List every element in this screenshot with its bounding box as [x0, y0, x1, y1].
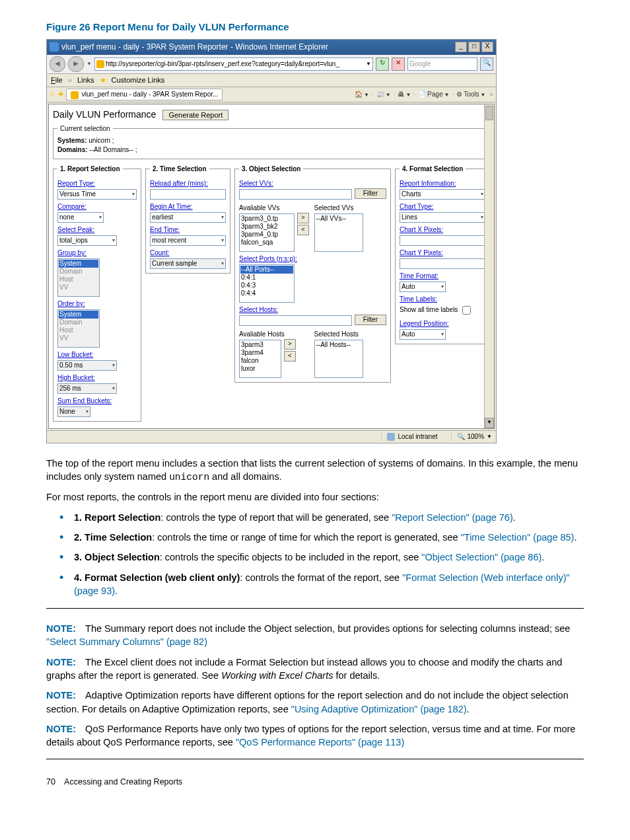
generate-report-button[interactable]: Generate Report: [162, 110, 228, 120]
list-item[interactable]: 3parm3_0.tp: [240, 215, 293, 223]
address-input[interactable]: http://sysreporter/cgi-bin/3par-rpts/ins…: [94, 57, 373, 71]
legend-position-label[interactable]: Legend Position:: [400, 319, 485, 328]
reload-after-input[interactable]: [150, 189, 226, 200]
search-go-button[interactable]: 🔍: [480, 57, 493, 71]
available-vvs-listbox[interactable]: 3parm3_0.tp 3parm3_bk2 3parm4_0.tp falco…: [239, 213, 295, 252]
page-menu[interactable]: Page: [427, 90, 442, 99]
zoom-dropdown-icon[interactable]: ▼: [487, 433, 492, 440]
time-labels-label[interactable]: Time Labels:: [400, 295, 485, 304]
ports-listbox[interactable]: --All Ports-- 0:4:1 0:4:3 0:4:4: [239, 264, 295, 303]
list-item[interactable]: System: [59, 260, 98, 268]
close-button[interactable]: X: [481, 42, 493, 52]
vv-filter-button[interactable]: Filter: [355, 188, 386, 199]
host-add-button[interactable]: >: [284, 339, 296, 350]
list-item[interactable]: --All Hosts--: [316, 341, 362, 349]
list-item[interactable]: 0:4:3: [240, 282, 293, 289]
report-info-label[interactable]: Report Information:: [400, 179, 485, 188]
minimize-button[interactable]: _: [455, 42, 467, 52]
chart-x-label[interactable]: Chart X Pixels:: [400, 225, 485, 235]
maximize-button[interactable]: □: [468, 42, 480, 52]
list-item[interactable]: VV: [59, 334, 98, 342]
list-item[interactable]: Domain: [59, 268, 98, 276]
available-hosts-listbox[interactable]: 3parm3 3parm4 falcon luxor: [239, 340, 281, 378]
vertical-scrollbar[interactable]: ▼: [484, 104, 494, 428]
select-ports-label[interactable]: Select Ports (n:s:p):: [239, 254, 386, 264]
group-by-label[interactable]: Group by:: [57, 248, 137, 258]
link-adaptive-optimization[interactable]: "Using Adaptive Optimization" (page 182): [291, 704, 467, 714]
time-format-select[interactable]: Auto: [400, 282, 446, 292]
list-item[interactable]: 3parm3_bk2: [240, 223, 293, 231]
report-type-select[interactable]: Versus Time: [57, 189, 137, 200]
count-select[interactable]: Current sample: [150, 258, 226, 269]
reload-after-label[interactable]: Reload after (mins):: [150, 179, 226, 188]
host-remove-button[interactable]: <: [284, 351, 296, 362]
customize-links[interactable]: Customize Links: [112, 75, 165, 85]
list-item[interactable]: 3parm3: [240, 341, 280, 349]
back-button[interactable]: ◄: [50, 56, 65, 72]
host-filter-button[interactable]: Filter: [355, 315, 386, 325]
link-time-selection[interactable]: "Time Selection" (page 85): [461, 532, 575, 543]
group-by-listbox[interactable]: System Domain Host VV: [57, 258, 100, 297]
chart-y-label[interactable]: Chart Y Pixels:: [400, 248, 485, 258]
show-all-labels-checkbox[interactable]: [462, 306, 471, 315]
print-icon[interactable]: 🖶: [398, 90, 404, 99]
list-item[interactable]: 0:4:4: [240, 289, 293, 297]
zoom-level[interactable]: 100%: [468, 432, 485, 441]
links-menu[interactable]: Links: [77, 75, 94, 85]
report-type-label[interactable]: Report Type:: [57, 179, 137, 188]
count-label[interactable]: Count:: [150, 248, 226, 258]
zoom-icon[interactable]: 🔍: [457, 432, 465, 441]
select-vvs-label[interactable]: Select VVs:: [239, 179, 386, 188]
list-item[interactable]: --All Ports--: [240, 266, 293, 274]
list-item[interactable]: VV: [59, 284, 98, 291]
list-item[interactable]: 3parm4_0.tp: [240, 231, 293, 239]
select-hosts-label[interactable]: Select Hosts:: [239, 305, 386, 315]
sum-end-select[interactable]: None: [57, 406, 90, 417]
vv-filter-input[interactable]: [239, 189, 352, 200]
link-qos-reports[interactable]: "QoS Performance Reports" (page 113): [236, 737, 404, 747]
list-item[interactable]: Domain: [59, 319, 98, 326]
selected-hosts-listbox[interactable]: --All Hosts--: [314, 340, 363, 378]
home-icon[interactable]: 🏠: [355, 90, 363, 99]
stop-button[interactable]: ✕: [392, 57, 405, 71]
list-item[interactable]: 0:4:1: [240, 274, 293, 282]
browser-tab[interactable]: vlun_perf menu - daily - 3PAR System Rep…: [66, 89, 223, 100]
order-by-label[interactable]: Order by:: [57, 299, 137, 309]
vv-remove-button[interactable]: <: [297, 225, 309, 235]
time-format-label[interactable]: Time Format:: [400, 272, 485, 281]
list-item[interactable]: --All VVs--: [316, 215, 362, 223]
add-fav-icon[interactable]: ✚: [58, 90, 63, 99]
order-by-listbox[interactable]: System Domain Host VV: [57, 309, 100, 348]
list-item[interactable]: Host: [59, 326, 98, 334]
chart-type-label[interactable]: Chart Type:: [400, 202, 485, 211]
star-icon[interactable]: ☆: [50, 90, 55, 99]
link-object-selection[interactable]: "Object Selection" (page 86): [421, 552, 542, 562]
file-menu[interactable]: File: [51, 75, 63, 85]
scrollbar-down-arrow[interactable]: ▼: [485, 418, 494, 428]
chart-x-input[interactable]: [400, 235, 485, 246]
low-bucket-select[interactable]: 0.50 ms: [57, 360, 117, 371]
vv-add-button[interactable]: >: [297, 213, 309, 223]
compare-select[interactable]: none: [57, 212, 104, 223]
link-summary-columns[interactable]: "Select Summary Columns" (page 82): [46, 636, 207, 647]
link-report-selection[interactable]: "Report Selection" (page 76): [392, 512, 513, 523]
begin-time-label[interactable]: Begin At Time:: [150, 202, 226, 211]
list-item[interactable]: falcon_sqa: [240, 239, 293, 247]
begin-time-select[interactable]: earliest: [150, 212, 226, 223]
host-filter-input[interactable]: [239, 315, 352, 326]
legend-position-select[interactable]: Auto: [400, 329, 446, 340]
high-bucket-label[interactable]: High Bucket:: [57, 373, 137, 383]
nav-dropdown-icon[interactable]: ▼: [87, 60, 92, 67]
compare-label[interactable]: Compare:: [57, 202, 137, 211]
end-time-select[interactable]: most recent: [150, 235, 226, 246]
list-item[interactable]: Host: [59, 276, 98, 284]
tools-menu[interactable]: Tools: [464, 90, 479, 99]
chart-y-input[interactable]: [400, 258, 485, 269]
report-info-select[interactable]: Charts: [400, 189, 485, 200]
high-bucket-select[interactable]: 256 ms: [57, 383, 117, 394]
feeds-icon[interactable]: 📰: [376, 90, 384, 99]
forward-button[interactable]: ►: [68, 56, 84, 72]
refresh-button[interactable]: ↻: [376, 57, 389, 71]
end-time-label[interactable]: End Time:: [150, 225, 226, 235]
list-item[interactable]: 3parm4: [240, 349, 280, 357]
